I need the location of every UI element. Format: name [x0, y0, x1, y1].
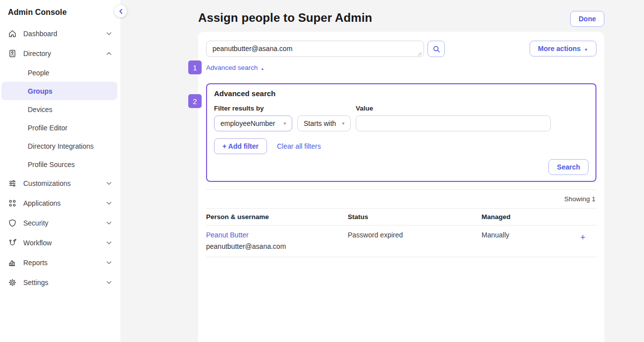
- person-name-link[interactable]: Peanut Butter: [206, 231, 348, 239]
- search-input[interactable]: peanutbutter@asana.com: [206, 41, 424, 57]
- more-actions-button[interactable]: More actions: [530, 41, 596, 57]
- results-table-header: Person & username Status Managed: [206, 208, 596, 226]
- filter-actions: + Add filter Clear all filters: [214, 138, 589, 154]
- chevron-down-icon: [107, 281, 111, 284]
- more-actions-label: More actions: [538, 45, 581, 52]
- showing-count: Showing 1: [206, 190, 596, 208]
- sidebar-item-directory[interactable]: Directory: [0, 44, 120, 63]
- table-row: Peanut Butter peanutbutter@asana.com Pas…: [206, 226, 596, 257]
- sidebar-item-label: Customizations: [23, 179, 71, 187]
- sidebar-item-label: Directory Integrations: [28, 142, 94, 150]
- filter-by-group: Filter results by employeeNumber Starts …: [214, 105, 351, 131]
- sidebar-item-security[interactable]: Security: [0, 213, 120, 233]
- search-button[interactable]: [428, 41, 445, 57]
- sidebar-item-settings[interactable]: Settings: [0, 273, 120, 292]
- panel-footer: Search: [214, 159, 589, 175]
- advanced-search-panel: 2 Advanced search Filter results by empl…: [206, 83, 596, 182]
- value-group: Value: [356, 105, 551, 131]
- column-header-person: Person & username: [206, 209, 348, 225]
- value-label: Value: [356, 105, 551, 112]
- sidebar-item-label: Security: [23, 219, 49, 227]
- sidebar-collapse-button[interactable]: [114, 5, 127, 17]
- person-username: peanutbutter@asana.com: [206, 242, 348, 250]
- select-caret-icon: [283, 121, 287, 126]
- chevron-down-icon: [107, 202, 111, 205]
- chevron-down-icon: [107, 32, 111, 35]
- page-title: Assign people to Super Admin: [198, 11, 372, 25]
- search-field-wrap: peanutbutter@asana.com: [206, 41, 424, 59]
- sidebar-item-applications[interactable]: Applications: [0, 193, 120, 213]
- caret-up-icon: [261, 64, 264, 71]
- sidebar-item-label: Applications: [23, 199, 61, 207]
- page-header: Assign people to Super Admin Done: [198, 11, 604, 27]
- sidebar-item-label: Devices: [28, 106, 53, 114]
- sidebar-item-label: Dashboard: [23, 30, 57, 38]
- column-header-action: [569, 209, 596, 225]
- sidebar-item-label: People: [28, 69, 50, 77]
- home-icon: [8, 29, 17, 38]
- sidebar-item-label: Reports: [23, 259, 48, 267]
- sidebar-item-label: Settings: [23, 279, 49, 286]
- assignment-card: peanutbutter@asana.com More actions 1 Ad…: [198, 32, 604, 342]
- filter-row: Filter results by employeeNumber Starts …: [214, 105, 589, 131]
- sidebar-item-customizations[interactable]: Customizations: [0, 173, 120, 193]
- annotation-step-2-badge: 2: [188, 94, 202, 108]
- bar-chart-icon: [8, 258, 17, 267]
- chevron-down-icon: [107, 182, 111, 185]
- sidebar: Admin Console Dashboard Directory People…: [0, 0, 120, 342]
- done-button[interactable]: Done: [570, 11, 604, 27]
- column-header-status: Status: [348, 209, 482, 225]
- plus-icon[interactable]: +: [580, 233, 586, 242]
- sidebar-item-workflow[interactable]: Workflow: [0, 233, 120, 253]
- sidebar-item-label: Profile Editor: [28, 124, 67, 132]
- operator-select[interactable]: Starts with: [297, 115, 351, 131]
- sidebar-item-label: Directory: [23, 50, 51, 57]
- clear-all-filters-link[interactable]: Clear all filters: [277, 142, 321, 150]
- sidebar-item-label: Groups: [28, 87, 53, 95]
- sidebar-item-reports[interactable]: Reports: [0, 253, 120, 273]
- advanced-search-label: Advanced search: [206, 64, 258, 71]
- annotation-step-1-badge: 1: [188, 60, 202, 74]
- chevron-up-icon: [107, 52, 111, 55]
- sidebar-item-people[interactable]: People: [0, 63, 120, 82]
- operator-select-value: Starts with: [304, 119, 336, 127]
- sidebar-item-label: Workflow: [23, 239, 52, 247]
- directory-icon: [8, 49, 17, 58]
- gear-icon: [8, 278, 17, 287]
- advanced-search-toggle[interactable]: Advanced search: [206, 64, 264, 71]
- sidebar-item-profile-sources[interactable]: Profile Sources: [0, 155, 120, 173]
- shield-icon: [8, 219, 17, 228]
- advanced-search-submit-button[interactable]: Search: [548, 159, 589, 175]
- apps-grid-icon: [8, 199, 17, 208]
- chevron-left-icon: [119, 9, 123, 14]
- search-icon: [432, 45, 440, 53]
- advanced-search-link-row: 1 Advanced search: [206, 64, 264, 71]
- advanced-search-title: Advanced search: [214, 89, 589, 98]
- managed-cell: Manually: [482, 231, 569, 250]
- sidebar-item-directory-integrations[interactable]: Directory Integrations: [0, 137, 120, 155]
- attribute-select[interactable]: employeeNumber: [214, 115, 292, 131]
- admin-console-app: { "sidebar": { "title": "Admin Console",…: [0, 0, 644, 342]
- main-content: Assign people to Super Admin Done peanut…: [120, 0, 644, 342]
- filter-by-label: Filter results by: [214, 105, 351, 112]
- sidebar-item-groups[interactable]: Groups: [1, 82, 117, 100]
- chevron-down-icon: [107, 222, 111, 225]
- add-filter-button[interactable]: + Add filter: [214, 138, 267, 154]
- workflow-icon: [8, 238, 17, 247]
- attribute-select-value: employeeNumber: [220, 119, 275, 127]
- sliders-icon: [8, 179, 17, 188]
- filter-selects: employeeNumber Starts with: [214, 115, 351, 131]
- sidebar-item-devices[interactable]: Devices: [0, 100, 120, 118]
- person-cell: Peanut Butter peanutbutter@asana.com: [206, 231, 348, 250]
- search-toolbar: peanutbutter@asana.com More actions: [206, 41, 596, 59]
- sidebar-item-label: Profile Sources: [28, 161, 75, 169]
- sidebar-item-profile-editor[interactable]: Profile Editor: [0, 118, 120, 137]
- select-caret-icon: [341, 121, 345, 126]
- action-cell: +: [569, 231, 596, 250]
- sidebar-item-dashboard[interactable]: Dashboard: [0, 24, 120, 44]
- column-header-managed: Managed: [482, 209, 569, 225]
- status-cell: Password expired: [348, 231, 482, 250]
- filter-value-input[interactable]: [356, 115, 551, 131]
- sidebar-nav: Dashboard Directory People Groups Device…: [0, 22, 120, 292]
- chevron-down-icon: [107, 261, 111, 264]
